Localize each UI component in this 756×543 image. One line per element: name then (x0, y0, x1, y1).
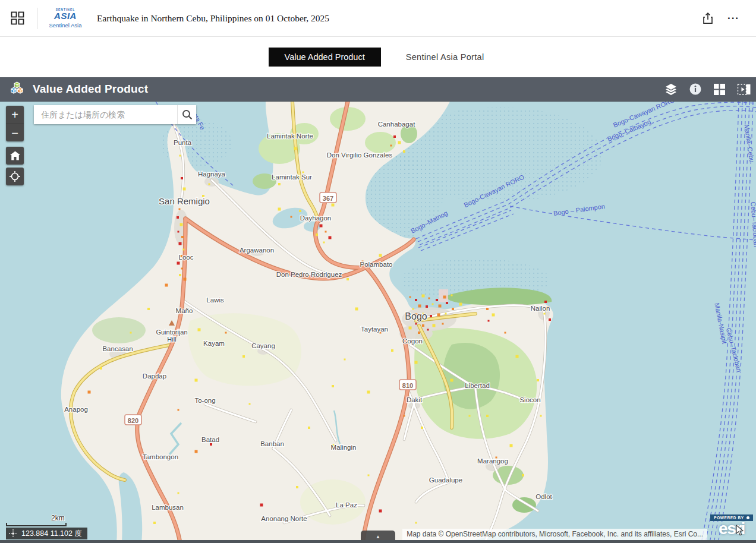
map-place-label: Maño (176, 307, 193, 314)
map-canvas[interactable]: 367810820PuntaHagnayaSan RemigioLoocArga… (0, 102, 756, 543)
damage-point (469, 415, 471, 417)
app-launcher-button[interactable] (11, 11, 25, 26)
damage-point (346, 278, 349, 280)
damage-point (344, 359, 346, 361)
tab-value-added-product[interactable]: Value Added Product (269, 48, 381, 67)
map-place-label: Cogon (402, 337, 423, 345)
damage-point (195, 450, 198, 453)
damage-point (443, 296, 446, 299)
zoom-out-button[interactable]: − (6, 124, 24, 141)
grid-icon (713, 83, 726, 96)
damage-point (418, 332, 420, 334)
damage-point (368, 475, 370, 476)
damage-point (355, 308, 358, 311)
damage-point (179, 242, 182, 245)
page-title: Earthquake in Northern Cebu, Philippines… (97, 13, 329, 24)
damage-point (249, 403, 251, 405)
damage-point (429, 298, 430, 299)
collapse-panel-button[interactable] (732, 77, 756, 101)
map-place-label: Anapog (64, 406, 88, 413)
damage-point (308, 427, 310, 429)
map-place-label: Tambongon (143, 453, 178, 460)
damage-point (178, 493, 179, 494)
map-place-label: Looc (179, 254, 194, 261)
search-button[interactable] (177, 105, 196, 124)
window-bottom-edge (0, 540, 756, 543)
damage-point (299, 210, 301, 212)
damage-point (452, 308, 454, 310)
damage-point (549, 318, 551, 321)
damage-point (445, 313, 447, 315)
damage-point (522, 474, 524, 476)
crosshair-icon (9, 529, 17, 538)
svg-text:820: 820 (128, 417, 138, 424)
damage-point (379, 254, 382, 257)
tab-sentinel-asia-portal[interactable]: Sentinel Asia Portal (402, 52, 488, 62)
damage-point (415, 299, 417, 301)
damage-point (486, 308, 489, 310)
more-options-button[interactable]: ··· (727, 15, 739, 21)
share-button[interactable] (703, 12, 713, 24)
ellipsis-icon: ··· (727, 15, 739, 21)
zoom-in-button[interactable]: + (6, 106, 24, 124)
damage-point (198, 329, 201, 332)
damage-point (178, 409, 179, 411)
damage-point (544, 313, 546, 315)
damage-point (459, 303, 462, 306)
info-button[interactable] (683, 77, 707, 101)
grid-view-button[interactable] (707, 77, 732, 101)
damage-point (242, 355, 245, 358)
damage-point (210, 443, 212, 446)
damage-point (439, 305, 442, 308)
damage-point (390, 145, 392, 147)
damage-point (294, 147, 297, 150)
map-place-label: Lamintak Sur (272, 173, 312, 181)
info-icon (689, 83, 702, 96)
map-place-label: Lambusan (152, 504, 184, 511)
map-attribution: Map data © OpenStreetMap contributors, M… (402, 529, 707, 540)
locate-icon (10, 171, 20, 182)
svg-text:367: 367 (323, 195, 333, 202)
mouse-cursor (736, 525, 744, 538)
map-place-label: Banban (260, 440, 284, 447)
svg-text:810: 810 (402, 382, 413, 389)
damage-point (488, 320, 490, 322)
scalebar-label: 2km (51, 514, 65, 522)
damage-point (486, 415, 489, 417)
header-divider (37, 8, 37, 29)
damage-point (130, 332, 132, 334)
damage-point (410, 296, 411, 298)
damage-point (278, 208, 281, 211)
damage-point (510, 444, 513, 447)
damage-point (422, 295, 425, 298)
road-shield: 367 (320, 192, 336, 203)
damage-point (153, 522, 156, 524)
damage-point (403, 150, 405, 153)
damage-point (332, 385, 334, 387)
map-place-label: Dapdap (143, 372, 166, 380)
search-box (34, 105, 196, 124)
damage-point (430, 315, 432, 317)
damage-point (516, 355, 519, 358)
damage-point (316, 233, 318, 236)
damage-point (325, 231, 327, 233)
toolbar-title: Value Added Product (33, 83, 148, 96)
map-place-label: San Remigio (159, 196, 210, 206)
damage-point (278, 183, 281, 185)
damage-point (179, 274, 181, 276)
damage-point (329, 236, 332, 239)
layers-button[interactable] (659, 77, 683, 101)
damage-point (260, 504, 263, 507)
damage-point (181, 177, 183, 179)
map-place-label: Don Virgilio Gonzales (327, 151, 393, 159)
road-shield: 810 (399, 380, 416, 390)
map-place-label: Malingin (331, 444, 357, 451)
damage-point (412, 308, 414, 310)
locate-button[interactable] (6, 168, 24, 185)
damage-point (427, 329, 429, 331)
search-input[interactable] (34, 105, 177, 124)
damage-point (179, 155, 181, 157)
map-place-label: Marangog (477, 457, 508, 465)
home-button[interactable] (6, 147, 24, 165)
damage-point (320, 225, 323, 228)
